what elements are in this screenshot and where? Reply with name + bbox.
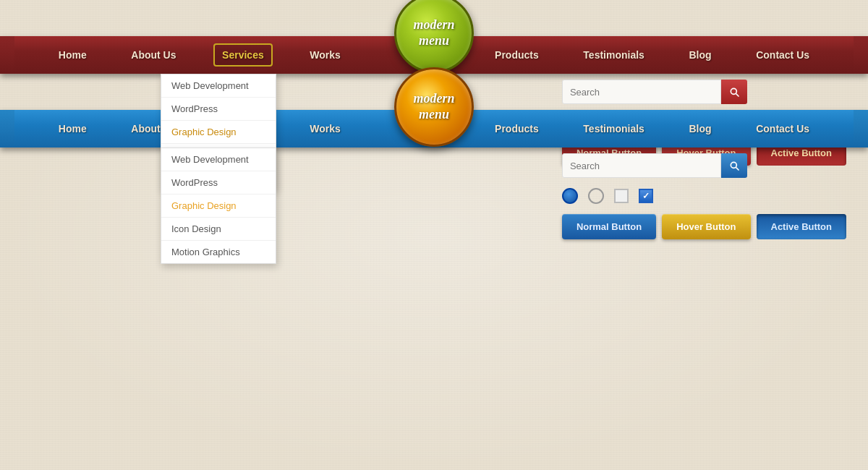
nav-home-blue[interactable]: Home [51, 119, 94, 139]
dropdown-icon-blue[interactable]: Icon Design [161, 218, 276, 241]
logo-text-orange: modern menu [413, 91, 454, 122]
btn-normal-blue[interactable]: Normal Button [562, 214, 656, 239]
nav-products-blue[interactable]: Products [488, 119, 546, 139]
dropdown-wordpress-dark[interactable]: WordPress [161, 98, 276, 121]
navbar-blue: Home About Us Services Works Products Te… [0, 110, 868, 148]
nav-blog-dark[interactable]: Blog [681, 45, 718, 65]
search-button-blue[interactable] [721, 153, 747, 178]
radio-filled-blue[interactable] [562, 188, 578, 204]
radio-empty-blue[interactable] [588, 188, 604, 204]
nav-works-dark[interactable]: Works [302, 45, 348, 65]
search-input-blue[interactable] [562, 153, 721, 178]
nav-testimonials-blue[interactable]: Testimonials [576, 119, 652, 139]
logo-text-green: modern menu [413, 17, 454, 48]
controls-row-blue: ✓ [562, 188, 846, 204]
nav-products-dark[interactable]: Products [488, 45, 546, 65]
dropdown-blue: Web Development WordPress Graphic Design… [161, 148, 276, 264]
search-icon-dark [728, 86, 740, 98]
dropdown-webdev-dark[interactable]: Web Development [161, 74, 276, 98]
search-icon-blue [728, 160, 740, 171]
dropdown-webdev-blue[interactable]: Web Development [161, 148, 276, 171]
dropdown-wordpress-blue[interactable]: WordPress [161, 171, 276, 195]
dropdown-graphic-dark[interactable]: Graphic Design [161, 121, 276, 144]
dropdown-motion-blue[interactable]: Motion Graphics [161, 241, 276, 263]
checkbox-unchecked-blue[interactable] [614, 189, 629, 203]
nav-works-blue[interactable]: Works [302, 119, 348, 139]
dropdown-graphic-blue[interactable]: Graphic Design [161, 195, 276, 218]
search-row-dark [562, 80, 846, 104]
nav-testimonials-dark[interactable]: Testimonials [576, 45, 652, 65]
btn-hover-blue[interactable]: Hover Button [662, 214, 750, 239]
nav-contact-dark[interactable]: Contact Us [749, 45, 817, 65]
logo-orange[interactable]: modern menu [394, 67, 474, 147]
section-blue: Home About Us Services Works Products Te… [0, 110, 868, 148]
nav-contact-blue[interactable]: Contact Us [749, 119, 817, 139]
nav-services-dark[interactable]: Services [213, 43, 273, 67]
ui-panel-blue: ✓ Normal Button Hover Button Active Butt… [562, 153, 846, 239]
nav-home-dark[interactable]: Home [51, 45, 94, 65]
nav-blue: Home About Us Services Works Products Te… [0, 110, 868, 148]
checkbox-checked-blue[interactable]: ✓ [639, 189, 653, 203]
buttons-row-blue: Normal Button Hover Button Active Button [562, 214, 846, 239]
search-input-dark[interactable] [562, 80, 721, 104]
search-button-dark[interactable] [721, 80, 747, 104]
btn-active-blue[interactable]: Active Button [757, 214, 847, 239]
search-row-blue [562, 153, 846, 178]
nav-about-dark[interactable]: About Us [124, 45, 183, 65]
nav-blog-blue[interactable]: Blog [681, 119, 718, 139]
